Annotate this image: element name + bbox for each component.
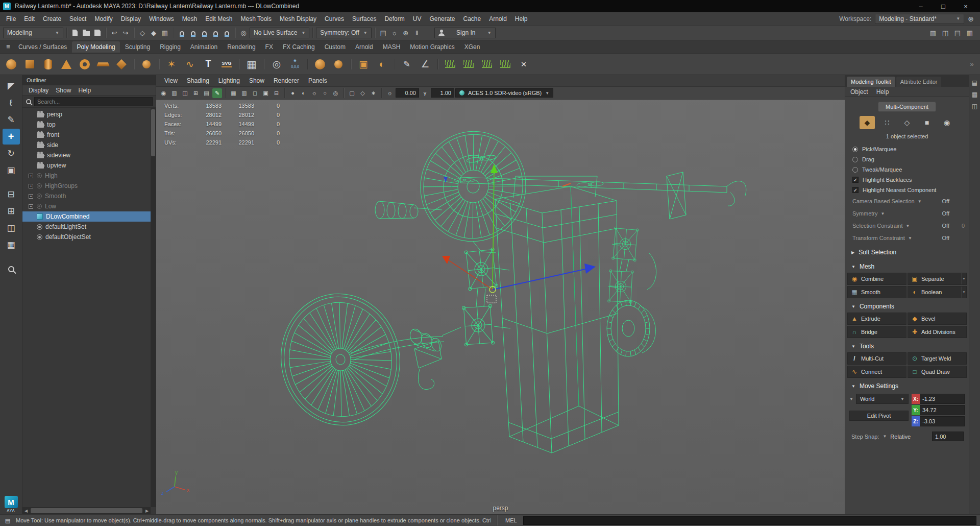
menu-set-selector[interactable]: Modeling ▼ <box>3 28 63 38</box>
add-divisions-button[interactable]: ✚Add Divisions <box>908 326 967 338</box>
outliner-item-defaultlightset[interactable]: defaultLightSet <box>22 222 156 232</box>
y-coordinate-field[interactable]: Y: 34.72 <box>912 405 965 415</box>
smooth-sculpt-icon[interactable] <box>330 56 347 73</box>
outliner-item-sideview[interactable]: sideview <box>22 150 156 160</box>
expand-icon[interactable]: + <box>29 174 33 178</box>
script-editor-icon[interactable]: ▤ <box>4 515 12 525</box>
connect-button[interactable]: ∿Connect <box>847 366 906 378</box>
mirror-shelf-icon[interactable]: ◐ <box>374 56 390 73</box>
option-box-icon[interactable]: ▼ <box>961 286 966 298</box>
viewport-canvas[interactable]: x y z Verts:13583135830 Edges:2801228012… <box>156 100 845 514</box>
pencil-tool-icon[interactable]: ✎ <box>399 56 415 73</box>
menu-windows[interactable]: Windows <box>145 12 178 26</box>
exposure-field[interactable]: 0.00 <box>396 88 419 98</box>
boolean-button[interactable]: ◐Boolean▼ <box>908 286 967 298</box>
edge-mode-icon[interactable]: ◇ <box>899 116 915 129</box>
shelf-tab-arnold[interactable]: Arnold <box>351 41 378 53</box>
scroll-left-icon[interactable]: ◀ <box>22 509 30 513</box>
shelf-tab-rigging[interactable]: Rigging <box>155 41 185 53</box>
paint-effects-tree-icon[interactable] <box>479 56 495 73</box>
snap-point-icon[interactable] <box>199 28 209 38</box>
backface-culling-icon[interactable]: ∗ <box>369 88 378 98</box>
toolkit-menu-help[interactable]: Help <box>876 88 889 95</box>
expand-icon[interactable]: + <box>29 194 33 199</box>
menu-cache[interactable]: Cache <box>459 12 485 26</box>
select-component-icon[interactable]: ▦ <box>160 28 170 38</box>
layout-single-pane-icon[interactable]: ⊟ <box>3 186 20 202</box>
shelf-tab-rendering[interactable]: Rendering <box>223 41 260 53</box>
outliner-item-highgroups[interactable]: +HighGroups <box>22 181 156 191</box>
menu-select[interactable]: Select <box>65 12 90 26</box>
menu-mesh[interactable]: Mesh <box>178 12 201 26</box>
undo-icon[interactable]: ↩ <box>109 28 119 38</box>
bookmark-icon[interactable]: ⊞ <box>191 88 201 98</box>
command-language-selector[interactable]: MEL <box>503 517 519 523</box>
viewport-menu-renderer[interactable]: Renderer <box>270 77 303 84</box>
paint-select-tool-icon[interactable]: ✎ <box>3 112 20 128</box>
modeling-toolkit-grid-icon[interactable]: ▦ <box>243 56 260 73</box>
channel-box-toggle-icon[interactable]: ▤ <box>972 79 977 86</box>
expand-icon[interactable]: + <box>29 184 33 188</box>
outliner-item-top[interactable]: top <box>22 119 156 130</box>
toggle-channel-box-icon[interactable]: ▦ <box>965 28 975 38</box>
select-object-icon[interactable]: ◆ <box>149 28 159 38</box>
poly-cube-icon[interactable] <box>21 56 38 73</box>
lock-camera-icon[interactable]: ▥ <box>169 88 179 98</box>
zoom-tool-icon[interactable] <box>3 261 20 277</box>
menu-deform[interactable]: Deform <box>380 12 408 26</box>
menu-curves[interactable]: Curves <box>321 12 348 26</box>
rotate-tool-icon[interactable]: ↻ <box>3 146 20 161</box>
curve-tool-icon[interactable]: ∿ <box>182 56 198 73</box>
exposure-icon[interactable]: ☼ <box>385 88 395 98</box>
gamma-icon[interactable]: γ <box>420 88 430 98</box>
super-shape-icon[interactable]: ✶ <box>163 56 180 73</box>
outliner-vertical-scrollbar[interactable] <box>151 108 156 507</box>
toggle-outliner-panel-icon[interactable]: ▥ <box>928 28 938 38</box>
paint-effects-icon[interactable] <box>442 56 458 73</box>
select-camera-icon[interactable]: ◉ <box>159 88 168 98</box>
poly-cone-icon[interactable] <box>58 56 75 73</box>
toolkit-menu-object[interactable]: Object <box>850 88 868 95</box>
outliner-item-high[interactable]: +High <box>22 171 156 181</box>
menu-uv[interactable]: UV <box>409 12 426 26</box>
smooth-button[interactable]: ▦Smooth <box>847 286 906 298</box>
outliner-item-defaultobjectset[interactable]: defaultObjectSet <box>22 232 156 242</box>
poly-torus-icon[interactable] <box>77 56 93 73</box>
image-plane-icon[interactable]: ▤ <box>202 88 211 98</box>
lighting-mode-icon[interactable]: ☼ <box>309 88 319 98</box>
soft-selection-header[interactable]: ▶Soft Selection <box>845 244 969 258</box>
menu-file[interactable]: File <box>2 12 20 26</box>
outliner-menu-show[interactable]: Show <box>53 87 74 94</box>
uv-mode-icon[interactable]: ◉ <box>939 116 954 129</box>
shelf-tab-custom[interactable]: Custom <box>320 41 350 53</box>
outliner-horizontal-scrollbar[interactable]: ◀ ▶ <box>22 507 151 514</box>
outliner-item-dlowcombined[interactable]: DLowCombined <box>22 211 156 222</box>
move-tool-icon[interactable]: + <box>3 129 20 145</box>
open-scene-icon[interactable] <box>81 28 91 38</box>
make-live-icon[interactable]: ◎ <box>238 28 249 38</box>
combine-button[interactable]: ◉Combine <box>847 273 906 285</box>
menu-mesh-tools[interactable]: Mesh Tools <box>237 12 276 26</box>
shelf-tab-mash[interactable]: MASH <box>378 41 405 53</box>
snap-view-plane-icon[interactable] <box>222 28 232 38</box>
multi-cut-button[interactable]: /Multi-Cut <box>847 352 906 365</box>
shaded-mode-icon[interactable]: ● <box>288 88 298 98</box>
move-settings-header[interactable]: ▼Move Settings <box>845 378 969 392</box>
shadows-icon[interactable]: ○ <box>320 88 330 98</box>
select-hierarchy-icon[interactable]: ◇ <box>137 28 148 38</box>
vertex-mode-icon[interactable]: ∷ <box>879 116 895 129</box>
toggle-attribute-editor-icon[interactable]: ▤ <box>952 28 963 38</box>
shelf-tab-animation[interactable]: Animation <box>186 41 222 53</box>
shelf-tab-motion-graphics[interactable]: Motion Graphics <box>405 41 459 53</box>
maximize-button[interactable]: □ <box>932 0 954 12</box>
poly-sphere-icon[interactable] <box>3 56 19 73</box>
target-weld-button[interactable]: ⊙Target Weld <box>908 352 967 365</box>
viewport-menu-view[interactable]: View <box>160 77 182 84</box>
snap-to-origin-icon[interactable]: *0,0,0 <box>287 56 303 73</box>
viewport-menu-lighting[interactable]: Lighting <box>214 77 244 84</box>
shelf-tab-poly-modeling[interactable]: Poly Modeling <box>72 41 119 53</box>
scale-tool-icon[interactable]: ▣ <box>3 162 20 178</box>
mesh-section-header[interactable]: ▼Mesh <box>845 258 969 273</box>
shelf-overflow-icon[interactable]: » <box>967 59 977 69</box>
multi-component-mode-icon[interactable]: ◆ <box>860 116 875 129</box>
